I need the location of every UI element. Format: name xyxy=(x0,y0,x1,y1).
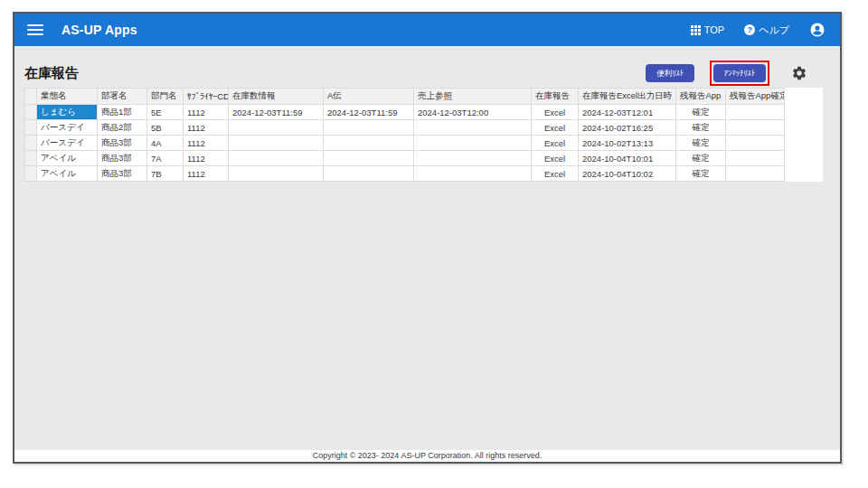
cell[interactable]: 7A xyxy=(147,151,184,166)
avatar-icon[interactable] xyxy=(809,22,826,38)
cell[interactable] xyxy=(414,136,532,151)
top-button[interactable]: TOP xyxy=(691,24,724,35)
app-window: AS-UP Apps TOP ? ヘルプ 在庫報告 便利ﾘｽﾄ xyxy=(13,12,842,464)
cell[interactable] xyxy=(726,151,785,166)
cell[interactable] xyxy=(726,120,785,136)
cell[interactable]: 5E xyxy=(147,105,184,120)
gear-icon[interactable] xyxy=(791,65,807,81)
cell[interactable]: 2024-12-03T11:59 xyxy=(324,105,414,120)
cell[interactable]: 確定 xyxy=(676,120,726,136)
cell[interactable]: 2024-10-04T10:01 xyxy=(579,151,676,166)
unmatch-button-highlight: ｱﾝﾏｯﾁﾘｽﾄ xyxy=(710,61,769,87)
cell[interactable] xyxy=(229,120,324,136)
toolbar: 在庫報告 便利ﾘｽﾄ ｱﾝﾏｯﾁﾘｽﾄ xyxy=(14,46,840,88)
cell[interactable] xyxy=(726,166,785,182)
cell[interactable]: しまむら xyxy=(37,105,98,120)
footer-copyright: Copyright © 2023- 2024 AS-UP Corporation… xyxy=(14,450,840,462)
cell[interactable] xyxy=(324,166,414,182)
header-cell: 売上参照 xyxy=(414,89,532,105)
help-label: ヘルプ xyxy=(759,23,789,37)
report-table-panel: 業態名部署名部門名ｻﾌﾟﾗｲﾔｰCD在庫数情報A伝売上参照在庫報告在庫報告Exc… xyxy=(24,88,823,182)
report-table: 業態名部署名部門名ｻﾌﾟﾗｲﾔｰCD在庫数情報A伝売上参照在庫報告在庫報告Exc… xyxy=(24,88,785,182)
table-row: アベイル商品3部7B1112Excel2024-10-04T10:02確定 xyxy=(25,166,785,182)
cell[interactable]: 商品1部 xyxy=(98,105,147,120)
cell[interactable]: 2024-12-03T12:01 xyxy=(579,105,676,120)
selector-header-cell xyxy=(25,89,37,105)
cell[interactable]: アベイル xyxy=(37,166,98,182)
cell[interactable]: 1112 xyxy=(184,120,229,136)
cell[interactable]: バースデイ xyxy=(37,136,98,151)
cell[interactable]: Excel xyxy=(532,166,579,182)
row-selector-cell[interactable] xyxy=(25,120,37,136)
cell[interactable]: 商品3部 xyxy=(98,151,147,166)
table-row: アベイル商品3部7A1112Excel2024-10-04T10:01確定 xyxy=(25,151,785,166)
cell[interactable]: 確定 xyxy=(676,105,726,120)
cell[interactable]: 1112 xyxy=(184,105,229,120)
cell[interactable] xyxy=(726,105,785,120)
table-row: しまむら商品1部5E11122024-12-03T11:592024-12-03… xyxy=(25,105,785,120)
cell[interactable]: 2024-10-02T13:13 xyxy=(579,136,676,151)
table-header-row: 業態名部署名部門名ｻﾌﾟﾗｲﾔｰCD在庫数情報A伝売上参照在庫報告在庫報告Exc… xyxy=(25,89,785,105)
header-cell: 部署名 xyxy=(98,89,147,105)
benri-list-button[interactable]: 便利ﾘｽﾄ xyxy=(646,64,694,83)
cell[interactable] xyxy=(324,151,414,166)
row-selector-cell[interactable] xyxy=(25,151,37,166)
help-button[interactable]: ? ヘルプ xyxy=(744,23,789,37)
cell[interactable] xyxy=(229,136,324,151)
apps-grid-icon xyxy=(691,25,701,35)
cell[interactable]: 商品3部 xyxy=(98,136,147,151)
cell[interactable]: Excel xyxy=(532,105,579,120)
cell[interactable] xyxy=(414,166,532,182)
cell[interactable] xyxy=(414,151,532,166)
unmatch-list-button[interactable]: ｱﾝﾏｯﾁﾘｽﾄ xyxy=(713,64,766,83)
cell[interactable]: 2024-10-04T10:02 xyxy=(579,166,676,182)
cell[interactable]: 商品2部 xyxy=(98,120,147,136)
menu-icon[interactable] xyxy=(27,24,43,35)
header-cell: ｻﾌﾟﾗｲﾔｰCD xyxy=(184,89,229,105)
cell[interactable]: バースデイ xyxy=(37,120,98,136)
table-row: バースデイ商品3部4A1112Excel2024-10-02T13:13確定 xyxy=(25,136,785,151)
header-cell: 業態名 xyxy=(37,89,98,105)
cell[interactable]: 2024-12-03T12:00 xyxy=(414,105,532,120)
help-icon: ? xyxy=(744,24,755,35)
cell[interactable]: 7B xyxy=(147,166,184,182)
cell[interactable]: 2024-12-03T11:59 xyxy=(229,105,324,120)
cell[interactable] xyxy=(324,120,414,136)
cell[interactable] xyxy=(229,151,324,166)
page-title: 在庫報告 xyxy=(24,65,79,82)
cell[interactable]: 1112 xyxy=(184,166,229,182)
header-cell: 在庫数情報 xyxy=(229,89,324,105)
cell[interactable] xyxy=(726,136,785,151)
top-label: TOP xyxy=(704,24,724,35)
header-cell: 残報告App確定日時 xyxy=(726,89,785,105)
app-title: AS-UP Apps xyxy=(61,23,137,37)
cell[interactable]: 5B xyxy=(147,120,184,136)
cell[interactable]: Excel xyxy=(532,120,579,136)
row-selector-cell[interactable] xyxy=(25,136,37,151)
cell[interactable]: 4A xyxy=(147,136,184,151)
header-cell: A伝 xyxy=(324,89,414,105)
cell[interactable] xyxy=(229,166,324,182)
header-cell: 残報告App xyxy=(676,89,726,105)
cell[interactable]: Excel xyxy=(532,151,579,166)
cell[interactable]: 確定 xyxy=(676,136,726,151)
cell[interactable]: Excel xyxy=(532,136,579,151)
header-cell: 在庫報告Excel出力日時 xyxy=(579,89,676,105)
cell[interactable]: アベイル xyxy=(37,151,98,166)
app-bar: AS-UP Apps TOP ? ヘルプ xyxy=(14,14,840,46)
cell[interactable]: 確定 xyxy=(676,151,726,166)
cell[interactable]: 1112 xyxy=(184,151,229,166)
cell[interactable] xyxy=(324,136,414,151)
row-selector-cell[interactable] xyxy=(25,105,37,120)
cell[interactable]: 商品3部 xyxy=(98,166,147,182)
cell[interactable]: 2024-10-02T16:25 xyxy=(579,120,676,136)
table-row: バースデイ商品2部5B1112Excel2024-10-02T16:25確定 xyxy=(25,120,785,136)
header-cell: 在庫報告 xyxy=(532,89,579,105)
row-selector-cell[interactable] xyxy=(25,166,37,182)
header-cell: 部門名 xyxy=(147,89,184,105)
cell[interactable]: 1112 xyxy=(184,136,229,151)
cell[interactable] xyxy=(414,120,532,136)
cell[interactable]: 確定 xyxy=(676,166,726,182)
